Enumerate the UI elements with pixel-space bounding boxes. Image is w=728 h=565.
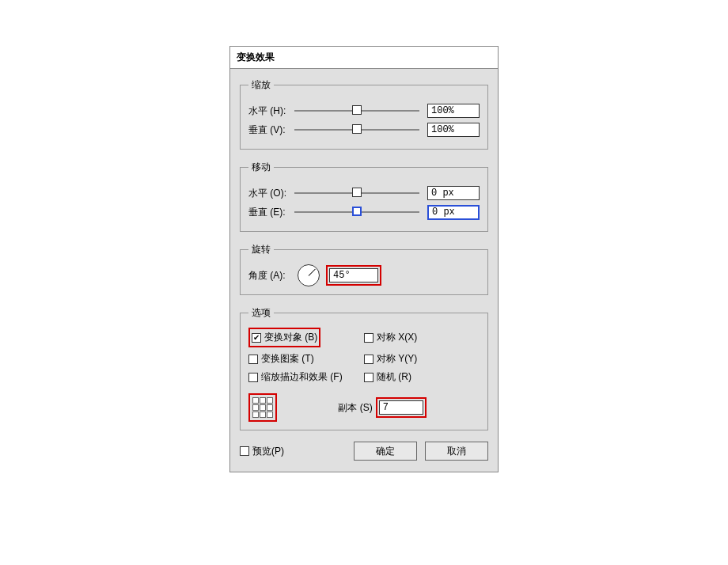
scale-v-label: 垂直 (V): [248,123,294,137]
angle-input[interactable] [329,268,378,282]
move-h-input[interactable] [427,186,480,200]
scale-legend: 缩放 [248,78,274,92]
scale-v-row: 垂直 (V): [248,122,480,138]
rotate-group: 旋转 角度 (A): [240,243,488,295]
anchor-cell[interactable] [267,397,273,404]
preview-checkbox[interactable]: 预览(P) [240,445,284,458]
anchor-cell[interactable] [252,404,259,411]
reflect-x-checkbox[interactable]: 对称 X(X) [364,328,480,347]
cancel-button[interactable]: 取消 [425,442,488,461]
copies-input[interactable] [379,400,423,415]
angle-dial[interactable] [298,264,320,286]
move-v-label: 垂直 (E): [248,206,294,219]
anchor-cell[interactable] [260,397,266,404]
transform-effect-dialog: 变换效果 缩放 水平 (H): 垂直 (V): [229,46,499,472]
anchor-cell[interactable] [252,411,259,418]
transform-object-highlight: 变换对象 (B) [248,328,320,347]
copies-label: 副本 (S) [338,401,372,415]
rotate-legend: 旋转 [248,243,274,256]
options-grid: 变换对象 (B) 对称 X(X) 变换图案 (T) 对称 Y(Y) [248,328,480,384]
checkbox-icon [364,333,373,343]
checkbox-icon [364,373,373,382]
dialog-title: 变换效果 [230,47,498,69]
copies-highlight [376,397,427,418]
anchor-cell[interactable] [252,397,259,404]
reflect-y-checkbox[interactable]: 对称 Y(Y) [364,352,480,366]
scale-group: 缩放 水平 (H): 垂直 (V): [240,78,488,150]
checkbox-icon [248,373,258,382]
scale-h-row: 水平 (H): [248,103,480,119]
move-v-input[interactable] [427,205,480,220]
anchor-cell[interactable] [267,411,273,418]
options-bottom-row: 副本 (S) [248,393,480,422]
ok-button[interactable]: 确定 [354,442,417,461]
anchor-cell[interactable] [267,404,273,411]
checkbox-label: 随机 (R) [377,370,411,384]
checkbox-label: 预览(P) [252,445,284,458]
checkbox-icon [248,355,258,364]
scale-v-slider[interactable] [294,123,419,136]
move-v-slider[interactable] [294,206,419,218]
checkbox-label: 对称 X(X) [377,331,417,344]
dialog-footer: 预览(P) 确定 取消 [240,442,488,461]
anchor-grid[interactable] [252,396,274,419]
slider-thumb[interactable] [352,105,362,115]
checkbox-label: 变换对象 (B) [264,331,317,344]
options-group: 选项 变换对象 (B) 对称 X(X) 变换图案 (T) [240,306,488,430]
scale-strokes-checkbox[interactable]: 缩放描边和效果 (F) [248,370,364,384]
slider-thumb[interactable] [352,188,362,197]
copies-row: 副本 (S) [285,397,480,418]
rotate-label: 角度 (A): [248,269,294,282]
move-group: 移动 水平 (O): 垂直 (E): [240,161,488,232]
anchor-highlight [248,393,277,422]
checkbox-label: 缩放描边和效果 (F) [261,370,343,384]
anchor-cell[interactable] [260,411,266,418]
checkbox-label: 对称 Y(Y) [377,352,417,366]
dialog-body: 缩放 水平 (H): 垂直 (V): 移动 [230,69,498,472]
anchor-cell[interactable] [260,404,266,411]
angle-highlight [326,265,381,286]
checkbox-label: 变换图案 (T) [261,352,314,366]
scale-h-slider[interactable] [294,104,419,117]
scale-v-input[interactable] [427,123,480,137]
scale-h-label: 水平 (H): [248,104,294,118]
slider-thumb[interactable] [352,124,362,134]
angle-indicator [309,269,316,276]
transform-object-checkbox[interactable]: 变换对象 (B) [252,331,317,344]
checkbox-icon [252,333,261,343]
checkbox-icon [240,446,249,456]
transform-pattern-checkbox[interactable]: 变换图案 (T) [248,352,364,366]
options-legend: 选项 [248,306,274,320]
scale-h-input[interactable] [427,104,480,118]
move-h-row: 水平 (O): [248,185,480,201]
move-legend: 移动 [248,161,274,174]
move-h-label: 水平 (O): [248,187,294,200]
slider-thumb[interactable] [352,207,362,216]
move-h-slider[interactable] [294,187,419,199]
random-checkbox[interactable]: 随机 (R) [364,370,480,384]
move-v-row: 垂直 (E): [248,204,480,220]
checkbox-icon [364,355,373,364]
rotate-row: 角度 (A): [248,264,480,286]
